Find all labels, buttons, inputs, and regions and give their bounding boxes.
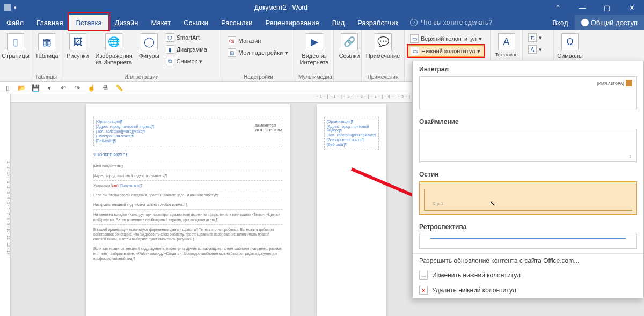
links-button[interactable]: 🔗Ссылки [337,32,362,60]
retro-line [430,238,626,239]
new-doc-icon[interactable]: ▯ [3,84,12,92]
para-2[interactable]: Настроить внешний вид письма можно в люб… [93,200,282,209]
ribbon-tabs: Файл Главная Вставка Дизайн Макет Ссылки… [0,15,644,30]
para-4[interactable]: В вашей организации используют фирменные… [93,224,282,244]
tab-review[interactable]: Рецензирование [259,15,325,30]
online-video-button[interactable]: ▶Видео из Интернета [298,32,330,67]
comment-button[interactable]: 💬Примечание [365,32,401,60]
tab-mailings[interactable]: Рассылки [215,15,259,30]
greeting[interactable]: Уважаемый(ая) [Получатель]¶ [93,180,282,190]
signin-link[interactable]: Вход [546,15,574,30]
table-button[interactable]: ▦Таблица [34,32,59,60]
gallery-section-border: Окаймление [413,114,643,129]
cursor-icon: ↖ [489,199,496,208]
tab-file[interactable]: Файл [0,15,30,30]
tab-design[interactable]: Дизайн [108,15,145,30]
group-comments-label: Примечания [365,73,401,80]
recipient-address[interactable]: [Адрес, город, почтовый индекс получател… [93,171,282,180]
addins-icon: ⊞ [228,48,236,57]
smartart-button[interactable]: ⬡SmartArt [164,32,209,43]
close-button[interactable]: ✕ [619,0,644,15]
menu-remove-footer[interactable]: ✕Удалить нижний колонтитул [413,283,643,298]
vertical-ruler: 1 · 2 · 1 · | · 1 · 2 · 3 · 4 · 5 · 6 · … [0,94,11,316]
gallery-item-austin[interactable]: Стр. 1 ↖ [419,181,637,215]
gallery-item-integral[interactable]: [ИМЯ АВТОРА] [419,76,637,109]
pages-button[interactable]: ▯Страницы [3,32,28,60]
field-phone[interactable]: [Тел. Телефон][Факс][Факс]¶ [96,129,280,133]
tab-references[interactable]: Ссылки [177,15,215,30]
quickparts-icon: A [528,45,537,54]
equation-icon: π [528,33,537,42]
symbols-button[interactable]: ΩСимволы [557,32,583,60]
titlebar: ▾ Документ2 - Word ⌃ — ▢ ✕ [0,0,644,15]
document-page-1[interactable]: [Организация]¶ [Адрес, город, почтовый и… [86,104,290,316]
save-icon[interactable]: 💾 [31,84,40,92]
tab-developer[interactable]: Разработчик [351,15,405,30]
comment-icon: 💬 [375,33,392,50]
share-button[interactable]: Общий доступ [575,15,644,30]
menu-edit-footer[interactable]: ▭Изменить нижний колонтитул [413,268,643,283]
caret-icon[interactable]: ▾ [45,84,54,92]
remove-footer-icon: ✕ [419,286,428,295]
ruler-icon[interactable]: 📏 [115,84,123,92]
chart-button[interactable]: ▮Диаграмма [164,44,209,55]
smartart-icon: ⬡ [166,33,174,42]
undo-icon[interactable]: ↶ [59,84,68,92]
gallery-item-border[interactable]: 1 [419,129,637,162]
para-5[interactable]: Если вам нравится внешний вид документа,… [93,244,282,263]
app-icon [4,4,11,11]
para-3[interactable]: На ленте на вкладке «Конструктор» посмот… [93,209,282,224]
redo-icon[interactable]: ↷ [73,84,82,92]
touch-mode-icon[interactable]: ☝ [87,84,96,92]
tab-layout[interactable]: Макет [144,15,177,30]
tab-view[interactable]: Вид [326,15,352,30]
logo-placeholder[interactable]: заменится ЛОГОТИПОМ [255,123,282,133]
picture-icon: 🖼 [69,33,86,50]
video-icon: ▶ [306,33,323,50]
document-page-2[interactable]: [Организация]¶ [Адрес, город, почтовый и… [317,104,386,316]
field-web[interactable]: [Веб-сайт]¶ [96,139,280,143]
page-number: 1 [629,155,631,158]
author-badge: [ИМЯ АВТОРА] [597,80,632,86]
group-links-label [337,73,358,80]
equation-button[interactable]: π▾ [526,32,544,43]
store-icon: 🛍 [228,36,236,45]
textbox-button[interactable]: AТекстовое [494,32,519,59]
screenshot-button[interactable]: ⧉Снимок▾ [164,56,209,67]
field-address[interactable]: [Адрес, город, почтовый индекс]¶ [96,124,280,128]
pictures-button[interactable]: 🖼Рисунки [64,32,91,60]
group-tables-label: Таблицы [34,73,57,80]
quick-parts-button[interactable]: A▾ [526,44,544,55]
tell-me[interactable]: ?Что вы хотите сделать? [405,15,546,30]
austin-frame [424,189,632,211]
para-1[interactable]: Если вы готовы ввести сведения, просто щ… [93,190,282,200]
person-icon [581,19,589,26]
edit-footer-icon: ▭ [419,271,428,280]
maximize-button[interactable]: ▢ [595,0,619,15]
page-icon: ▯ [7,33,24,50]
my-addins-button[interactable]: ⊞Мои надстройки▾ [225,47,290,58]
header-button[interactable]: ▭Верхний колонтитул▾ [408,33,484,44]
footer-icon: ▭ [411,47,419,55]
field-email[interactable]: [Электронная почта]¶ [96,134,280,138]
menu-allow-office-content[interactable]: Разрешить обновление контента с сайта Of… [413,254,643,268]
print-icon[interactable]: 🖶 [101,84,109,92]
tab-insert[interactable]: Вставка [69,15,108,30]
tab-home[interactable]: Главная [30,15,69,30]
screenshot-icon: ⧉ [166,57,174,65]
field-org[interactable]: [Организация]¶ [96,120,280,123]
gallery-section-retrospective: Ретроспектива [413,219,643,234]
open-icon[interactable]: 📂 [17,84,26,92]
table-icon: ▦ [38,33,55,50]
ribbon-options-icon[interactable]: ⌃ [545,0,570,15]
doc-date[interactable]: 9 НОЯБРЯ 2020 Г.¶ [93,153,282,157]
gallery-item-retrospective[interactable] [419,234,637,249]
store-button[interactable]: 🛍Магазин [225,35,290,46]
header-icon: ▭ [410,34,419,43]
online-pictures-button[interactable]: 🌐Изображения из Интернета [93,32,135,67]
shapes-button[interactable]: ◯Фигуры [137,32,162,60]
gallery-section-integral: Интеграл [413,61,643,76]
minimize-button[interactable]: — [570,0,595,15]
footer-button[interactable]: ▭Нижний колонтитул▾ [408,45,484,57]
recipient-name[interactable]: [Имя получателя]¶ [93,161,282,171]
